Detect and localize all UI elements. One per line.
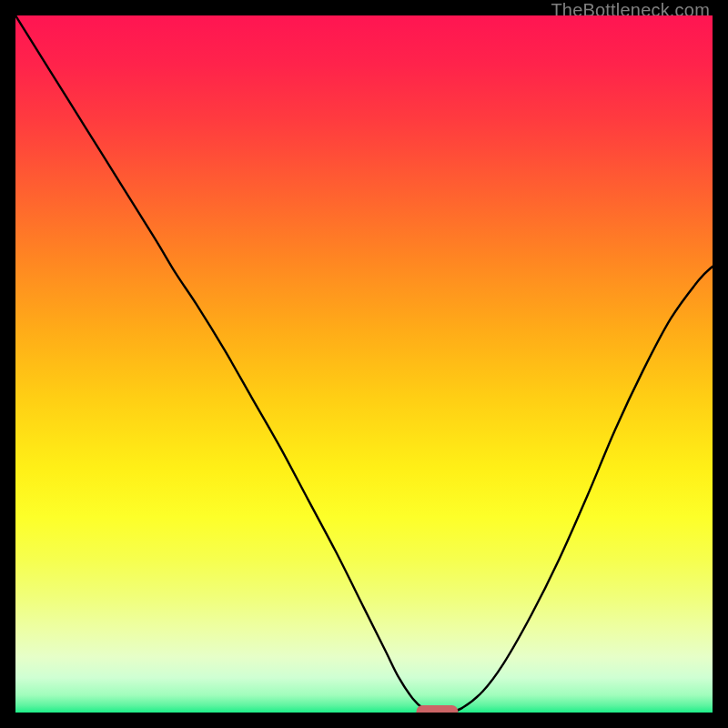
chart-frame: TheBottleneck.com <box>0 0 728 728</box>
bottleneck-curve <box>15 15 713 713</box>
svg-rect-1 <box>416 705 458 713</box>
plot-area <box>15 15 713 713</box>
